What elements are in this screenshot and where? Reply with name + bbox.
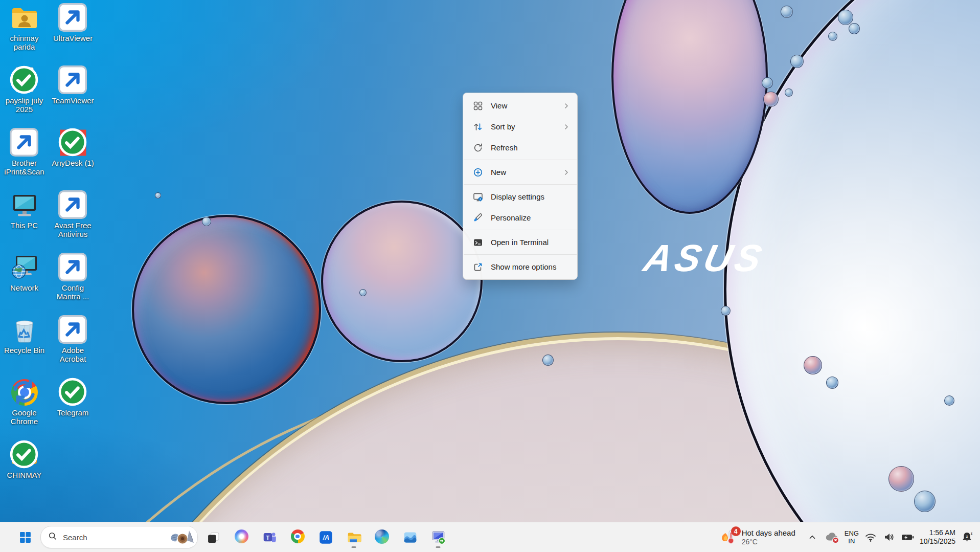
search-input[interactable]: Search <box>40 526 198 548</box>
weather-widget[interactable]: 4 Hot days ahead 26°C <box>716 526 801 548</box>
menu-item-label: Sort by <box>491 122 515 131</box>
svg-text:T: T <box>266 534 269 540</box>
shortcut-arrow-badge <box>58 190 87 219</box>
taskbar-teams-button[interactable]: T <box>257 525 282 549</box>
taskbar-copilot-button[interactable] <box>229 525 254 549</box>
volume-icon[interactable] <box>882 527 896 547</box>
onedrive-synced-badge <box>58 378 87 406</box>
onedrive-error-tray-icon[interactable] <box>824 527 839 547</box>
water-droplet <box>828 32 837 41</box>
printer-icon <box>10 128 39 157</box>
telegram-icon <box>58 378 87 407</box>
menu-item-display-settings[interactable]: Display settings <box>465 186 575 207</box>
desktop-icon-recycle-bin[interactable]: Recycle Bin <box>1 315 48 378</box>
clock-time: 1:56 AM <box>920 528 955 537</box>
taskbar-myasus-button[interactable]: /A <box>313 525 338 549</box>
acrobat-icon <box>58 315 87 344</box>
desktop-icon-label: Avast Free Antivirus <box>50 221 97 238</box>
taskbar-app-buttons: T/A <box>200 525 451 549</box>
desktop-context-menu: ViewSort byRefreshNewDisplay settingsPer… <box>463 93 578 280</box>
svg-text:z: z <box>966 534 968 539</box>
teams-icon: T <box>262 530 277 545</box>
water-droplet <box>944 395 954 406</box>
water-droplet <box>763 92 779 107</box>
desktop-icon-payslip-july-2025[interactable]: Wpayslip july 2025 <box>1 65 48 128</box>
desktop-icon-chinmay-parida[interactable]: chinmay parida <box>1 3 48 65</box>
desktop-icon-anydesk-1[interactable]: AnyDesk (1) <box>50 128 97 190</box>
desktop-icon-label: TeamViewer <box>52 96 94 105</box>
weather-temperature: 26°C <box>742 538 795 546</box>
taskbar-right: 4 Hot days ahead 26°C ENGIN 1:56 AM10/15… <box>716 526 974 548</box>
asus-logo: ASUS <box>612 239 796 277</box>
weather-alert-badge: 4 <box>731 526 741 536</box>
onedrive-synced-badge <box>58 128 87 157</box>
running-indicator <box>352 546 356 548</box>
myasus-icon: /A <box>318 530 333 545</box>
menu-item-label: Display settings <box>491 192 544 201</box>
wifi-icon[interactable] <box>864 527 877 547</box>
menu-item-sort-by[interactable]: Sort by <box>465 116 575 137</box>
desktop-icon-brother-iprint-scan[interactable]: Brother iPrint&Scan <box>1 128 48 190</box>
taskbar-photos-button[interactable] <box>397 525 423 549</box>
desktop-icon-ultraviewer[interactable]: UltraViewer <box>50 3 97 65</box>
word-doc-icon: W <box>10 65 39 95</box>
desktop-icon-telegram[interactable]: Telegram <box>50 378 97 440</box>
desktop-icon-this-pc[interactable]: This PC <box>1 190 48 253</box>
battery-charging-icon[interactable] <box>901 527 915 547</box>
taskbar-edge-button[interactable] <box>369 525 395 549</box>
menu-item-label: View <box>491 101 507 110</box>
menu-item-refresh[interactable]: Refresh <box>465 137 575 158</box>
menu-item-open-in-terminal[interactable]: Open in Terminal <box>465 232 575 253</box>
shortcut-arrow-badge <box>58 65 87 94</box>
menu-item-view[interactable]: View <box>465 95 575 116</box>
taskbar-task-view-button[interactable] <box>200 525 226 549</box>
water-droplet <box>914 491 936 512</box>
language-indicator[interactable]: ENGIN <box>845 527 859 547</box>
start-button[interactable] <box>12 525 38 549</box>
menu-item-new[interactable]: New <box>465 162 575 183</box>
onedrive-synced-badge <box>10 440 38 469</box>
recycle-bin-icon <box>10 315 39 344</box>
desktop-icon-adobe-acrobat[interactable]: Adobe Acrobat <box>50 315 97 378</box>
hidden-icons-chevron[interactable] <box>806 527 819 547</box>
clock[interactable]: 1:56 AM10/15/2025 <box>920 527 955 547</box>
this-pc-icon <box>10 190 39 219</box>
display-settings-icon <box>473 192 483 202</box>
desktop-icon-label: payslip july 2025 <box>1 96 48 114</box>
desktop-icon-google-chrome[interactable]: Google Chrome <box>1 378 48 440</box>
copilot-icon <box>235 529 248 545</box>
terminal-icon <box>473 237 483 248</box>
desktop-icon-label: AnyDesk (1) <box>52 159 94 167</box>
notification-bell-icon[interactable]: zz <box>961 527 974 547</box>
avast-icon <box>58 190 87 219</box>
shortcut-arrow-badge <box>58 315 87 344</box>
wallpaper-center-bubble <box>321 201 483 362</box>
file-explorer-icon <box>347 530 361 545</box>
desktop-icon-teamviewer[interactable]: TeamViewer <box>50 65 97 128</box>
user-folder-icon <box>10 3 39 32</box>
desktop-icon-config-mantra[interactable]: Config Mantra ... <box>50 253 97 315</box>
menu-separator <box>464 230 577 230</box>
desktop-icon-avast-free-antivirus[interactable]: Avast Free Antivirus <box>50 190 97 253</box>
edge-icon <box>375 529 389 545</box>
menu-item-show-more-options[interactable]: Show more options <box>465 256 575 277</box>
water-droplet <box>838 10 853 25</box>
menu-item-personalize[interactable]: Personalize <box>465 207 575 228</box>
desktop-icon-chinmay[interactable]: XCHINMAY <box>1 440 48 502</box>
search-icon <box>48 532 57 543</box>
shortcut-arrow-badge <box>58 253 87 281</box>
desktop-icon-label: Google Chrome <box>1 408 48 426</box>
wallpaper-left-bubble <box>132 215 321 404</box>
taskbar-remote-desktop-button[interactable] <box>425 525 451 549</box>
teamviewer-icon <box>58 65 87 95</box>
chevron-right-icon <box>563 169 570 176</box>
desktop-icon-network[interactable]: Network <box>1 253 48 315</box>
desktop-icon-label: Adobe Acrobat <box>50 346 97 363</box>
menu-separator <box>464 184 577 185</box>
chrome-icon <box>291 529 305 545</box>
taskbar-file-explorer-button[interactable] <box>341 525 367 549</box>
fingerprint-scanner-icon <box>58 253 87 282</box>
taskbar: Search T/A 4 Hot days ahead 26°C ENGIN <box>0 522 980 552</box>
taskbar-chrome-button[interactable] <box>285 525 310 549</box>
menu-item-label: Open in Terminal <box>491 238 549 247</box>
